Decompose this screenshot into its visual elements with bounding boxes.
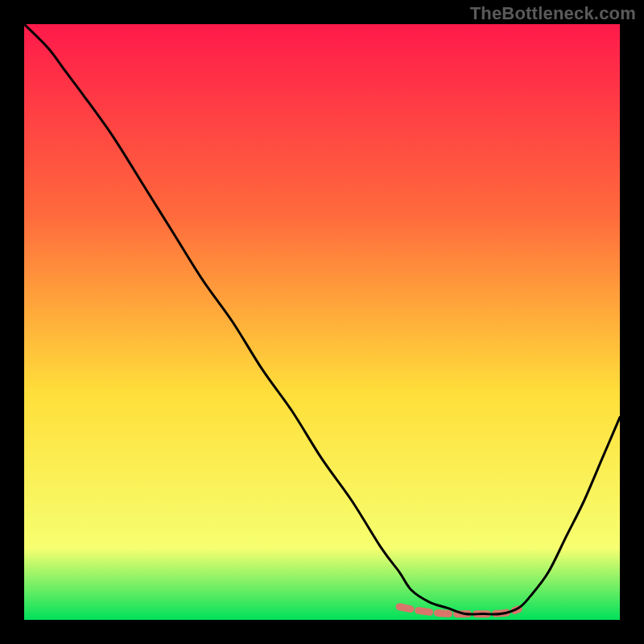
chart-svg [24, 24, 620, 620]
watermark-text: TheBottleneck.com [470, 3, 636, 24]
gradient-background [24, 24, 620, 620]
plot-area [24, 24, 620, 620]
chart-frame: TheBottleneck.com [0, 0, 644, 644]
